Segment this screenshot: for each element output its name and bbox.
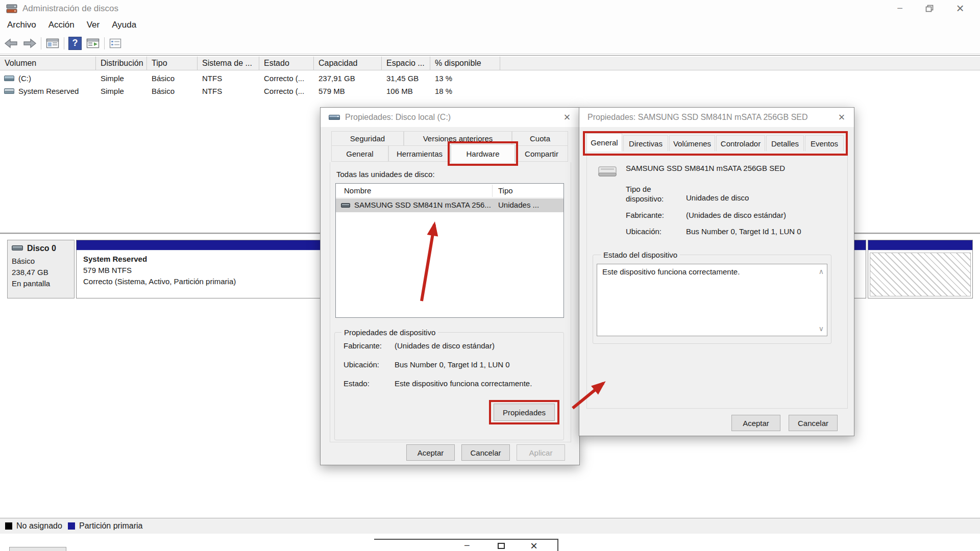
fabricante-label: Fabricante: xyxy=(344,341,382,350)
column-header-sistema[interactable]: Sistema de ... xyxy=(198,57,259,70)
volume-cell: (C:) xyxy=(0,72,96,85)
tab-seguridad[interactable]: Seguridad xyxy=(331,131,404,146)
drive-list[interactable]: Nombre Tipo SAMSUNG SSD SM841N mSATA 256… xyxy=(335,183,564,318)
forward-icon[interactable] xyxy=(22,38,37,49)
annotation-box-ssd-tabs xyxy=(583,131,848,156)
table-row[interactable]: (C:) Simple Básico NTFS Correcto (... 23… xyxy=(0,72,980,85)
dialog1-aplicar-button[interactable]: Aplicar xyxy=(517,444,565,461)
column-header-capacidad[interactable]: Capacidad xyxy=(314,57,382,70)
help-icon[interactable]: ? xyxy=(68,37,82,50)
dialog1-titlebar: Propiedades: Disco local (C:) × xyxy=(321,108,579,127)
annotation-box-hardware-tab xyxy=(448,141,518,166)
list-column-tipo[interactable]: Tipo xyxy=(498,186,513,195)
device-status-text: Este dispositivo funciona correctamente. xyxy=(602,267,740,277)
console-window-icon[interactable] xyxy=(45,37,60,49)
disk0-label-box[interactable]: Disco 0 Básico 238,47 GB En pantalla xyxy=(7,240,75,298)
drive-list-row-selected[interactable]: SAMSUNG SSD SM841N mSATA 256... Unidades… xyxy=(336,198,564,212)
drive-name: SAMSUNG SSD SM841N mSATA 256... xyxy=(354,201,491,210)
estado-label: Estado: xyxy=(344,379,370,388)
drive-icon xyxy=(341,203,350,208)
dialog2-aceptar-button[interactable]: Aceptar xyxy=(731,415,780,431)
toolbar-separator xyxy=(64,37,64,49)
legend-unallocated-swatch xyxy=(5,522,12,530)
table-view-icon[interactable] xyxy=(86,37,100,49)
column-header-espacio[interactable]: Espacio ... xyxy=(382,57,430,70)
dialog1-close-icon[interactable]: × xyxy=(560,111,574,124)
scroll-up-icon[interactable]: ∧ xyxy=(819,267,824,276)
column-header-tipo[interactable]: Tipo xyxy=(147,57,198,70)
titlebar: Administración de discos − × xyxy=(0,0,980,17)
tab-herramientas[interactable]: Herramientas xyxy=(388,145,451,162)
scroll-down-icon[interactable]: ∨ xyxy=(819,324,824,333)
cell-espacio: 31,45 GB xyxy=(382,72,430,85)
checklist-icon[interactable] xyxy=(109,37,122,49)
bg-maximize-icon[interactable] xyxy=(498,543,505,549)
list-column-divider[interactable] xyxy=(492,185,493,197)
list-column-nombre[interactable]: Nombre xyxy=(344,186,371,195)
volume-table-header: Volumen Distribución Tipo Sistema de ...… xyxy=(0,57,980,70)
dialog2-cancelar-button[interactable]: Cancelar xyxy=(789,415,838,431)
dialog2-titlebar: Propiedades: SAMSUNG SSD SM841N mSATA 25… xyxy=(579,108,854,127)
disk-name: Disco 0 xyxy=(27,244,56,253)
volume-icon xyxy=(4,88,14,94)
legend-primary-swatch xyxy=(68,522,75,530)
bg-close-icon[interactable]: × xyxy=(530,539,537,551)
bg-minimize-icon[interactable]: − xyxy=(464,540,470,551)
cell-estado: Correcto (... xyxy=(259,85,314,97)
drive-type: Unidades ... xyxy=(498,201,539,210)
volume-cell: System Reserved xyxy=(0,85,96,97)
back-icon[interactable] xyxy=(4,38,18,49)
restore-button[interactable] xyxy=(919,1,940,15)
tab-compartir[interactable]: Compartir xyxy=(515,145,568,162)
dialog-local-disk-properties: Propiedades: Disco local (C:) × Segurida… xyxy=(320,107,580,465)
tab-general-d1[interactable]: General xyxy=(331,145,388,162)
cell-disponible: 18 % xyxy=(430,85,500,97)
close-button[interactable]: × xyxy=(949,1,971,15)
device-properties-group-label: Propiedades de dispositivo xyxy=(341,328,438,337)
tab-cuota[interactable]: Cuota xyxy=(512,131,568,146)
menu-ver[interactable]: Ver xyxy=(81,20,106,30)
dialog1-cancelar-button[interactable]: Cancelar xyxy=(461,444,510,461)
background-window-fragment xyxy=(9,547,66,551)
column-header-volumen[interactable]: Volumen xyxy=(0,57,96,70)
estado-value: Este dispositivo funciona correctamente. xyxy=(395,379,532,388)
table-row[interactable]: System Reserved Simple Básico NTFS Corre… xyxy=(0,85,980,97)
minimize-button[interactable]: − xyxy=(889,1,911,15)
cell-distribucion: Simple xyxy=(96,72,147,85)
disk-type: Básico xyxy=(12,257,35,266)
dialog2-close-icon[interactable]: × xyxy=(835,111,849,124)
partition-status: Correcto (Sistema, Activo, Partición pri… xyxy=(83,277,236,286)
column-header-estado[interactable]: Estado xyxy=(259,57,314,70)
screen: { "glyphs": { "minimize": "−", "close": … xyxy=(0,0,980,551)
restore-icon xyxy=(925,5,934,12)
volume-name: System Reserved xyxy=(18,87,79,95)
unallocated-region[interactable] xyxy=(868,240,973,298)
legend-unallocated-label: No asignado xyxy=(16,521,62,531)
toolbar: ? xyxy=(0,33,980,54)
annotation-box-propiedades xyxy=(489,400,559,424)
menu-ayuda[interactable]: Ayuda xyxy=(106,20,142,30)
ssd-fabricante-value: (Unidades de disco estándar) xyxy=(686,211,786,219)
cell-disponible: 13 % xyxy=(430,72,500,85)
cell-estado: Correcto (... xyxy=(259,72,314,85)
dialog2-title: Propiedades: SAMSUNG SSD SM841N mSATA 25… xyxy=(587,113,808,122)
dialog1-icon xyxy=(329,113,340,121)
fabricante-value: (Unidades de disco estándar) xyxy=(395,341,495,350)
background-window-titlebar: − × xyxy=(374,539,558,551)
column-header-disponible[interactable]: % disponible xyxy=(430,57,500,70)
ubicacion-label: Ubicación: xyxy=(344,360,379,369)
cell-sistema: NTFS xyxy=(198,85,259,97)
dialog-ssd-properties: Propiedades: SAMSUNG SSD SM841N mSATA 25… xyxy=(579,107,854,436)
column-header-distribucion[interactable]: Distribución xyxy=(96,57,147,70)
menu-accion[interactable]: Acción xyxy=(42,20,81,30)
legend-primary-label: Partición primaria xyxy=(79,521,142,531)
partition-size: 579 MB NTFS xyxy=(83,266,132,275)
unallocated-top-bar xyxy=(868,240,972,251)
menu-archivo[interactable]: Archivo xyxy=(7,20,42,30)
ssd-fabricante-label: Fabricante: xyxy=(626,211,664,219)
dialog1-aceptar-button[interactable]: Aceptar xyxy=(406,444,455,461)
cell-capacidad: 579 MB xyxy=(314,85,382,97)
tipo-dispositivo-value: Unidades de disco xyxy=(686,193,749,202)
device-status-textbox[interactable]: Este dispositivo funciona correctamente.… xyxy=(597,264,827,336)
toolbar-separator xyxy=(41,37,41,49)
